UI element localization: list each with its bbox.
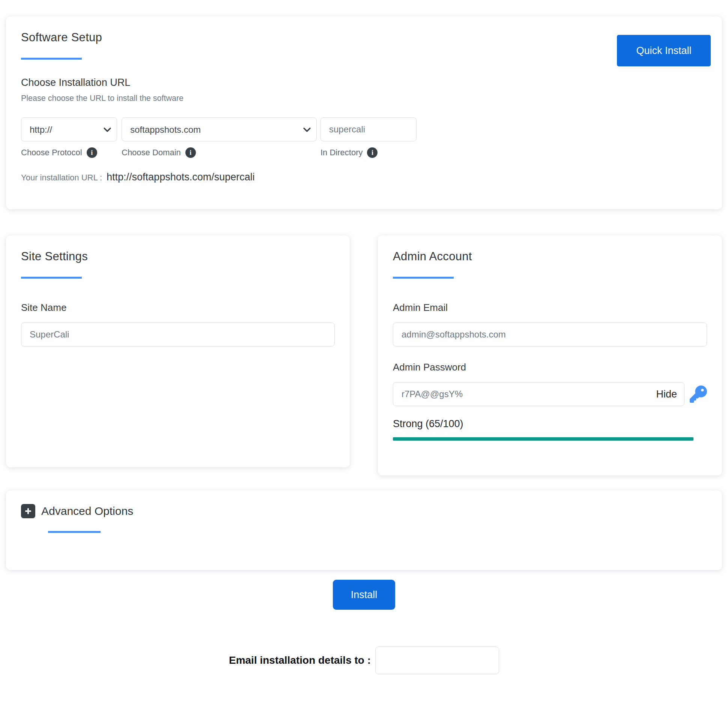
choose-url-title: Choose Installation URL [21,77,707,88]
admin-account-card: Admin Account Admin Email Admin Password… [378,236,722,476]
software-setup-title: Software Setup [21,31,707,44]
password-strength-text: Strong (65/100) [393,418,707,430]
installation-url-label: Your installation URL : [21,173,102,183]
protocol-caption: Choose Protocol [21,148,82,158]
title-underline [21,58,82,60]
directory-caption: In Directory [320,148,362,158]
admin-account-title: Admin Account [393,250,707,263]
hide-password-link[interactable]: Hide [656,388,677,400]
installation-url-line: Your installation URL : http://softappsh… [21,171,707,183]
install-row: Install [0,580,728,610]
password-strength-fill [393,437,693,441]
info-icon[interactable]: i [367,147,378,158]
key-icon[interactable] [690,386,707,403]
protocol-select[interactable]: http:// [21,117,117,141]
admin-password-label: Admin Password [393,362,707,373]
info-icon[interactable]: i [185,147,196,158]
software-setup-card: Software Setup Quick Install Choose Inst… [6,16,722,209]
choose-url-subtitle: Please choose the URL to install the sof… [21,94,707,103]
email-details-input[interactable] [375,646,499,674]
advanced-options-toggle[interactable]: Advanced Options [21,504,707,518]
title-underline [48,531,101,533]
password-strength-bar [393,437,693,441]
advanced-options-card: Advanced Options [6,490,722,570]
domain-select[interactable]: softappshots.com [122,117,317,141]
title-underline [393,277,454,279]
installation-url-value: http://softappshots.com/supercali [107,171,255,183]
site-settings-title: Site Settings [21,250,335,263]
site-name-input[interactable] [21,322,335,346]
plus-icon[interactable] [21,504,35,518]
install-button[interactable]: Install [333,580,395,610]
admin-email-label: Admin Email [393,302,707,314]
site-settings-card: Site Settings Site Name [6,236,350,467]
advanced-options-title: Advanced Options [41,505,133,518]
installation-url-fields: http:// Choose Protocol i softappshots.c… [21,117,707,158]
settings-row: Site Settings Site Name Admin Account Ad… [6,236,722,476]
admin-email-input[interactable] [393,322,707,346]
email-details-label: Email installation details to : [229,654,371,666]
site-name-label: Site Name [21,302,335,314]
admin-password-row: Hide [393,382,707,406]
domain-caption: Choose Domain [122,148,181,158]
quick-install-button[interactable]: Quick Install [617,35,711,66]
directory-input[interactable] [320,117,417,141]
info-icon[interactable]: i [87,147,97,158]
title-underline [21,277,82,279]
admin-password-input[interactable] [393,382,684,406]
email-details-row: Email installation details to : [0,646,728,674]
